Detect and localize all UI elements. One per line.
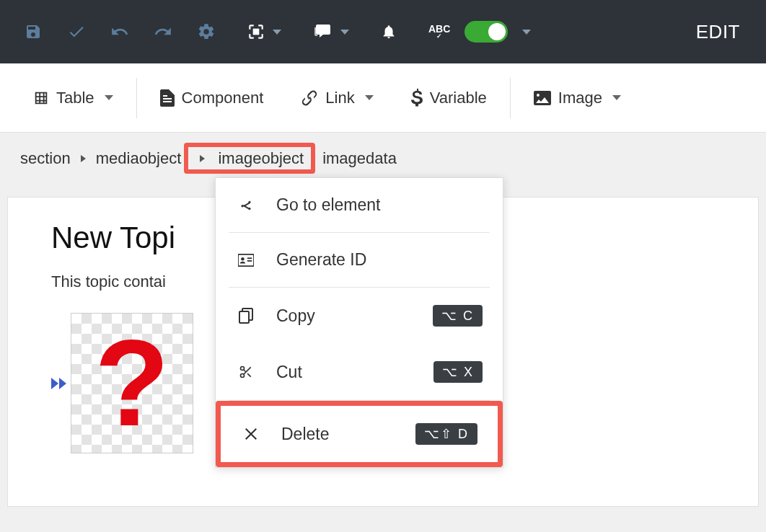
breadcrumb-item-label: imageobject [218, 149, 304, 167]
svg-rect-0 [253, 29, 260, 35]
svg-point-2 [241, 257, 245, 260]
shortcut-badge: ⌥⇧ D [415, 423, 477, 445]
variable-button[interactable]: Variable [392, 78, 506, 118]
image-label: Image [558, 89, 602, 107]
menu-generate-id[interactable]: Generate ID [216, 233, 503, 287]
dollar-icon [411, 89, 423, 107]
image-button[interactable]: Image [515, 78, 640, 118]
save-icon [25, 23, 42, 40]
table-button[interactable]: Table [14, 78, 132, 118]
divider [136, 78, 137, 118]
menu-cut[interactable]: Cut ⌥ X [216, 344, 503, 400]
close-icon [241, 427, 261, 440]
shortcut-badge: ⌥ X [433, 361, 483, 383]
chevron-down-icon [365, 95, 374, 100]
document-icon [160, 89, 175, 107]
undo-icon [110, 22, 129, 41]
table-label: Table [56, 89, 94, 107]
svg-line-9 [247, 373, 251, 377]
focus-dropdown[interactable] [234, 22, 294, 41]
focus-icon [247, 22, 265, 41]
breadcrumb-item-highlighted[interactable]: imageobject [184, 143, 315, 174]
confirm-button[interactable] [55, 10, 98, 53]
chevron-down-icon [105, 95, 113, 100]
chevron-down-icon [273, 30, 281, 35]
svg-line-10 [244, 370, 246, 372]
settings-button[interactable] [185, 10, 228, 53]
chevron-down-icon [340, 30, 349, 35]
chevron-down-icon [612, 95, 621, 100]
redo-icon [154, 22, 172, 41]
menu-label: Copy [276, 306, 315, 326]
scissors-icon [236, 365, 256, 379]
redo-button[interactable] [141, 10, 185, 53]
breadcrumb-caret-icon [200, 155, 205, 162]
toggle-switch[interactable] [465, 21, 508, 43]
table-icon [33, 90, 49, 106]
breadcrumb: section mediaobject imageobject imagedat… [0, 133, 766, 184]
copy-icon [236, 308, 256, 324]
component-button[interactable]: Component [141, 78, 283, 118]
svg-point-6 [241, 367, 245, 371]
check-icon [67, 22, 86, 41]
share-icon [236, 198, 256, 213]
insert-toolbar: Table Component Link Variable Image [0, 63, 766, 133]
mode-label[interactable]: EDIT [696, 21, 740, 43]
menu-label: Go to element [276, 195, 380, 215]
comments-dropdown[interactable] [300, 23, 362, 40]
divider [510, 78, 511, 118]
svg-rect-4 [247, 260, 252, 262]
menu-go-to-element[interactable]: Go to element [216, 178, 503, 232]
breadcrumb-item[interactable]: section [20, 149, 71, 168]
chevron-down-icon [522, 30, 531, 35]
gear-icon [197, 22, 216, 41]
link-icon [301, 89, 318, 107]
menu-label: Cut [276, 363, 302, 382]
spellcheck-toggle[interactable]: ABC [415, 21, 544, 43]
collapse-handle-icon[interactable] [51, 378, 66, 389]
image-icon [534, 91, 551, 105]
menu-label: Delete [281, 425, 329, 444]
comments-icon [313, 23, 333, 40]
body-text: This topic contai [51, 272, 166, 291]
context-menu: Go to element Generate ID Copy ⌥ C Cut ⌥… [215, 177, 503, 468]
notifications-button[interactable] [368, 22, 410, 41]
svg-rect-5 [239, 311, 249, 323]
svg-point-7 [241, 374, 245, 378]
link-label: Link [325, 89, 354, 107]
undo-button[interactable] [98, 10, 141, 53]
link-button[interactable]: Link [282, 78, 392, 118]
main-toolbar: ABC EDIT [0, 0, 766, 63]
id-card-icon [236, 254, 256, 267]
save-button[interactable] [12, 10, 55, 53]
image-placeholder[interactable]: ? [71, 313, 193, 453]
breadcrumb-caret-icon [81, 155, 86, 162]
abc-label: ABC [428, 25, 450, 40]
menu-copy[interactable]: Copy ⌥ C [216, 288, 503, 344]
breadcrumb-item[interactable]: mediaobject [96, 149, 182, 168]
bell-icon [381, 22, 397, 41]
svg-rect-3 [247, 257, 252, 259]
menu-label: Generate ID [276, 250, 366, 270]
variable-label: Variable [430, 89, 487, 107]
breadcrumb-item[interactable]: imagedata [322, 149, 397, 168]
component-label: Component [182, 89, 264, 107]
menu-delete[interactable]: Delete ⌥⇧ D [216, 401, 503, 467]
shortcut-badge: ⌥ C [433, 305, 483, 327]
question-mark-icon: ? [94, 325, 170, 442]
